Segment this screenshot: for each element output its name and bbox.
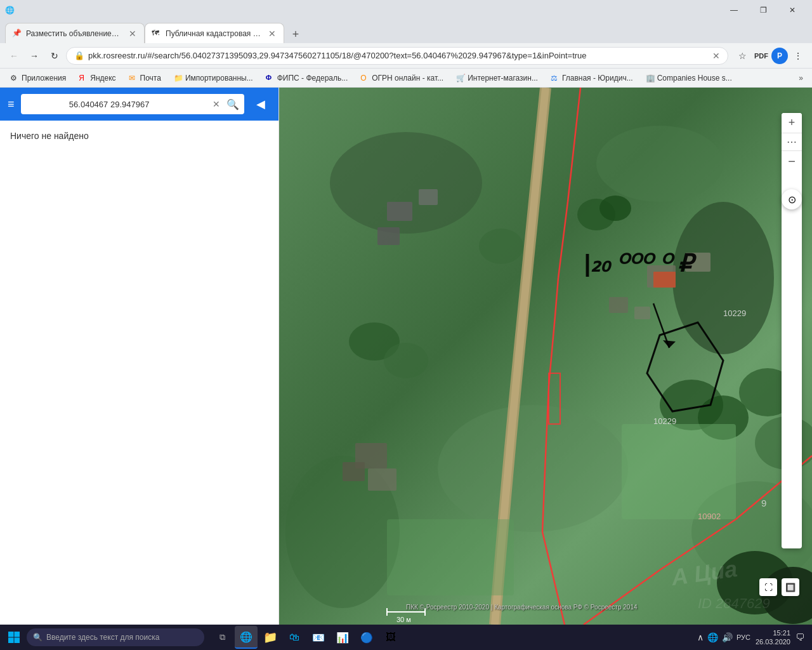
bookmark-imported[interactable]: 📁 Импортированны...	[169, 71, 258, 85]
toolbar-actions: ☆ PDF P ⋮	[733, 47, 807, 65]
menu-button[interactable]: ⋮	[789, 47, 807, 65]
sidebar-dropdown[interactable]: Участки ▾	[26, 99, 65, 109]
navbar: ← → ↻ 🔒 pkk.rosreestr.ru/#/search/56.040…	[0, 43, 812, 69]
tab2-close[interactable]: ✕	[267, 29, 277, 39]
browser-icon: 🌐	[5, 6, 15, 15]
sidebar-search-button[interactable]: 🔍	[226, 98, 239, 110]
svg-rect-29	[622, 424, 736, 519]
map-area[interactable]: |₂₀ ᴼᴼᴼ ᴼ ₽ 10229 10229 10902 9 А Циа ID…	[279, 88, 812, 625]
svg-rect-57	[15, 632, 20, 637]
pdf-button[interactable]: PDF	[752, 47, 770, 65]
taskbar-store[interactable]: 🛍	[283, 626, 306, 649]
forward-button[interactable]: →	[25, 47, 43, 65]
taskbar: 🔍 Введите здесь текст для поиска ⧉ 🌐 📁 🛍…	[0, 625, 812, 650]
profile-avatar[interactable]: P	[771, 48, 788, 64]
clock-date: 26.03.2020	[756, 637, 790, 646]
svg-rect-17	[343, 462, 365, 481]
zoom-out-button[interactable]: −	[782, 151, 802, 171]
bookmark-mail[interactable]: ✉ Почта	[124, 71, 166, 85]
taskbar-apps: ⧉ 🌐 📁 🛍 📧 📊 🔵 🖼	[211, 626, 402, 649]
svg-text:ID 2847629: ID 2847629	[698, 595, 770, 611]
taskbar-search-box[interactable]: 🔍 Введите здесь текст для поиска	[27, 628, 204, 646]
svg-rect-9	[377, 227, 400, 245]
tray-network[interactable]: 🌐	[707, 632, 718, 642]
map-copyright: ПКК © Росреестр 2010-2020 | Картографиче…	[406, 604, 638, 611]
tray-expand[interactable]: ∧	[697, 632, 704, 642]
apps-favicon: ⚙	[10, 74, 19, 83]
new-tab-button[interactable]: +	[287, 25, 304, 43]
bookmark-ogrn[interactable]: O ОГРН онлайн - кат...	[355, 71, 449, 85]
yandex-favicon: Я	[79, 74, 88, 83]
address-clear-icon[interactable]: ✕	[712, 51, 720, 61]
svg-text:10229: 10229	[653, 416, 676, 426]
tab-2[interactable]: 🗺 Публичная кадастровая карта ✕	[145, 23, 284, 43]
legal-favicon: ⚖	[551, 74, 560, 83]
clock-time: 15:21	[773, 628, 790, 637]
taskbar-search-icon: 🔍	[33, 633, 43, 642]
sidebar-menu-icon[interactable]: ≡	[8, 98, 15, 111]
tray-volume[interactable]: 🔊	[722, 632, 733, 642]
tray-icons: ∧ 🌐 🔊 РУС	[697, 632, 750, 642]
sidebar-search-clear-icon[interactable]: ✕	[213, 99, 220, 109]
tray-clock[interactable]: 15:21 26.03.2020	[756, 628, 790, 647]
svg-point-19	[599, 196, 631, 221]
bookmark-star-button[interactable]: ☆	[733, 47, 751, 65]
tab2-title: Публичная кадастровая карта	[166, 29, 261, 38]
svg-text:|₂₀ ᴼᴼᴼ ᴼ ₽: |₂₀ ᴼᴼᴼ ᴼ ₽	[584, 250, 697, 277]
mail-favicon: ✉	[129, 74, 138, 83]
imported-favicon: 📁	[174, 74, 183, 83]
sidebar-search-input[interactable]	[69, 100, 209, 109]
map-layers-button[interactable]: 🔲	[782, 578, 799, 596]
address-bar[interactable]: 🔒 pkk.rosreestr.ru/#/search/56.040273713…	[66, 47, 728, 65]
map-svg: |₂₀ ᴼᴼᴼ ᴼ ₽ 10229 10229 10902 9 А Циа ID…	[279, 88, 812, 625]
svg-point-20	[479, 229, 523, 264]
svg-point-26	[384, 343, 428, 378]
svg-text:10902: 10902	[698, 512, 721, 521]
svg-point-4	[438, 405, 628, 532]
bookmark-yandex[interactable]: Я Яндекс	[74, 71, 121, 85]
back-button[interactable]: ←	[5, 47, 23, 65]
bookmark-fips[interactable]: Ф ФИПС - Федераль...	[261, 71, 353, 85]
tray-lang[interactable]: РУС	[737, 633, 750, 641]
maximize-button[interactable]: ❐	[749, 0, 778, 20]
sidebar-collapse-button[interactable]: ◀	[251, 94, 271, 114]
taskbar-photos[interactable]: 🖼	[379, 626, 402, 649]
taskbar-browser[interactable]: 🌐	[235, 626, 258, 649]
close-button[interactable]: ✕	[778, 0, 807, 20]
more-bookmarks-button[interactable]: »	[795, 71, 807, 85]
zoom-in-button[interactable]: +	[782, 113, 802, 133]
tab-1[interactable]: 📌 Разместить объявление о прод... ✕	[5, 23, 145, 43]
svg-rect-56	[8, 632, 14, 637]
content-area: ≡ Участки ▾ ✕ 🔍 ◀ Ничего не найдено	[0, 88, 812, 625]
taskbar-outlook[interactable]: 📧	[307, 626, 330, 649]
compass-button[interactable]: ⊙	[782, 189, 802, 209]
taskbar-chrome[interactable]: 🔵	[355, 626, 378, 649]
sidebar-dropdown-arrow: ▾	[61, 99, 65, 109]
refresh-button[interactable]: ↻	[46, 47, 63, 65]
bookmark-legal[interactable]: ⚖ Главная - Юридич...	[546, 71, 638, 85]
taskbar-app5[interactable]: 📊	[331, 626, 354, 649]
taskbar-taskview[interactable]: ⧉	[211, 626, 233, 649]
bookmark-shop[interactable]: 🛒 Интернет-магазин...	[451, 71, 543, 85]
map-options-button[interactable]: ⋯	[782, 133, 802, 151]
svg-rect-30	[387, 519, 514, 595]
svg-rect-7	[387, 202, 412, 221]
minimize-button[interactable]: —	[719, 0, 749, 20]
taskbar-search-text: Введите здесь текст для поиска	[46, 633, 159, 642]
shop-favicon: 🛒	[456, 74, 465, 83]
tab1-favicon: 📌	[12, 29, 22, 39]
window-controls: — ❐ ✕	[719, 0, 807, 20]
svg-text:9: 9	[761, 498, 766, 508]
bookmark-apps[interactable]: ⚙ Приложения	[5, 71, 71, 85]
sidebar-search-box: Участки ▾ ✕ 🔍	[21, 94, 244, 114]
start-button[interactable]	[3, 626, 25, 649]
ogrn-favicon: O	[360, 74, 369, 83]
svg-rect-58	[8, 638, 14, 644]
bookmark-companies[interactable]: 🏢 Companies House s...	[641, 71, 737, 85]
taskbar-explorer[interactable]: 📁	[259, 626, 282, 649]
map-fullscreen-button[interactable]: ⛶	[759, 578, 777, 596]
tab1-close[interactable]: ✕	[128, 29, 138, 39]
companies-favicon: 🏢	[646, 74, 655, 83]
tray-notification[interactable]: 🗨	[796, 632, 804, 642]
svg-point-2	[596, 126, 723, 202]
